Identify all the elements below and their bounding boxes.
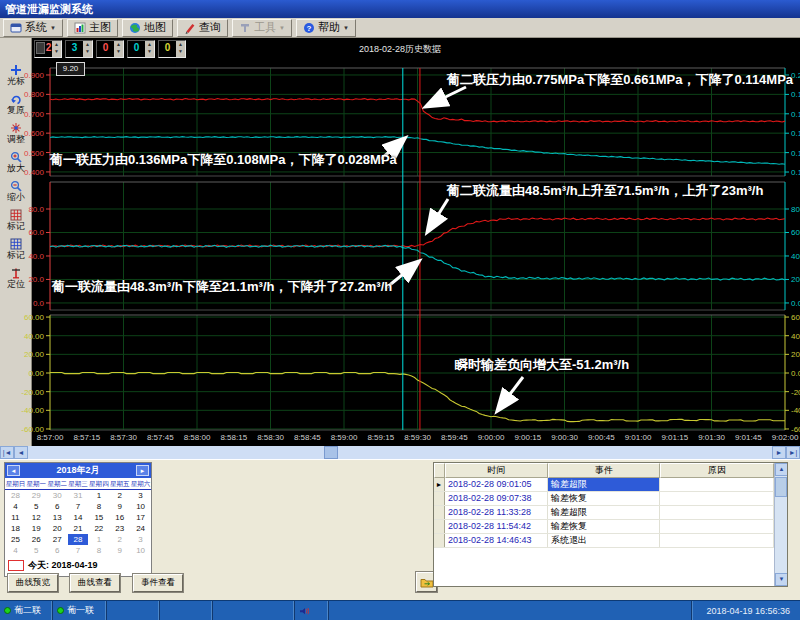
calendar-day[interactable]: 13 (47, 512, 68, 523)
calendar-day[interactable]: 20 (47, 523, 68, 534)
column-header-3[interactable]: 原因 (660, 463, 774, 478)
calendar-day[interactable]: 10 (130, 545, 151, 556)
time-tick-label: 9:00:30 (551, 433, 578, 442)
calendar-day[interactable]: 27 (47, 534, 68, 545)
calendar-day[interactable]: 24 (130, 523, 151, 534)
toolbar-button-label: 工具 (254, 20, 276, 35)
calendar-day-selected[interactable]: 28 (68, 534, 89, 545)
calendar-day[interactable]: 21 (68, 523, 89, 534)
calendar-day[interactable]: 5 (26, 501, 47, 512)
time-tick-label: 9:00:00 (478, 433, 505, 442)
calendar-day[interactable]: 3 (130, 534, 151, 545)
calendar-day[interactable]: 16 (109, 512, 130, 523)
toolbar-button-system[interactable]: 系统▼ (3, 19, 63, 37)
calendar-day[interactable]: 4 (5, 545, 26, 556)
scroll-right-icon[interactable]: ► (772, 446, 786, 459)
calendar-day[interactable]: 31 (68, 490, 89, 501)
calendar-day[interactable]: 7 (68, 501, 89, 512)
calendar-day[interactable]: 10 (130, 501, 151, 512)
scroll-track[interactable] (28, 446, 772, 459)
event-reason-cell[interactable] (660, 492, 774, 505)
calendar-day[interactable]: 17 (130, 512, 151, 523)
calendar-day[interactable]: 2 (109, 490, 130, 501)
calendar-day[interactable]: 23 (109, 523, 130, 534)
toolbar-button-help[interactable]: ?帮助▼ (296, 19, 356, 37)
calendar-day[interactable]: 14 (68, 512, 89, 523)
calendar-next-icon[interactable]: ► (136, 465, 149, 476)
calendar-day[interactable]: 22 (88, 523, 109, 534)
event-name-cell[interactable]: 系统退出 (548, 534, 660, 547)
calendar-day[interactable]: 7 (68, 545, 89, 556)
event-row[interactable]: 2018-02-28 09:07:38输差恢复 (434, 492, 787, 506)
calendar-day[interactable]: 5 (26, 545, 47, 556)
scroll-left-icon[interactable]: ◄ (14, 446, 28, 459)
event-view-button[interactable]: 事件查看 (133, 574, 183, 592)
event-time-cell[interactable]: 2018-02-28 11:33:28 (445, 506, 548, 519)
event-row[interactable]: ►2018-02-28 09:01:05输差超限 (434, 478, 787, 492)
scroll-thumb[interactable] (775, 477, 787, 497)
event-row[interactable]: 2018-02-28 11:54:42输差恢复 (434, 520, 787, 534)
time-tick-label: 8:57:00 (37, 433, 64, 442)
calendar-day[interactable]: 12 (26, 512, 47, 523)
chart-canvas[interactable]: 0.9000.8000.7000.6000.5000.4000.2000.180… (0, 38, 800, 459)
calendar-day[interactable]: 15 (88, 512, 109, 523)
calendar-day[interactable]: 30 (47, 490, 68, 501)
calendar-day[interactable]: 6 (47, 501, 68, 512)
calendar-day[interactable]: 8 (88, 501, 109, 512)
calendar-day[interactable]: 6 (47, 545, 68, 556)
event-row[interactable]: 2018-02-28 11:33:28输差超限 (434, 506, 787, 520)
chart-h-scrollbar[interactable]: |◄◄►►| (0, 446, 800, 459)
calendar-day[interactable]: 11 (5, 512, 26, 523)
event-name-cell[interactable]: 输差恢复 (548, 520, 660, 533)
calendar-day[interactable]: 8 (88, 545, 109, 556)
axis-tick-label: 40.0 (28, 252, 44, 261)
calendar-day[interactable]: 9 (109, 501, 130, 512)
calendar-day[interactable]: 26 (26, 534, 47, 545)
event-reason-cell[interactable] (660, 534, 774, 547)
annotation-arrow-5 (498, 377, 523, 410)
calendar-day[interactable]: 2 (109, 534, 130, 545)
event-name-cell[interactable]: 输差超限 (548, 506, 660, 519)
scroll-thumb[interactable] (324, 446, 338, 459)
scroll-start-icon[interactable]: |◄ (0, 446, 14, 459)
column-header-1[interactable]: 时间 (445, 463, 548, 478)
column-header-2[interactable]: 事件 (548, 463, 660, 478)
toolbar-button-main-view[interactable]: 主图 (67, 19, 118, 37)
table-v-scrollbar[interactable]: ▲▼ (774, 463, 787, 586)
event-name-cell[interactable]: 输差超限 (548, 478, 660, 491)
dropdown-caret-icon: ▼ (279, 25, 285, 31)
time-tick-label: 8:58:15 (220, 433, 247, 442)
calendar-day[interactable]: 28 (5, 490, 26, 501)
scroll-down-icon[interactable]: ▼ (775, 573, 788, 586)
event-reason-cell[interactable] (660, 506, 774, 519)
calendar-day[interactable]: 4 (5, 501, 26, 512)
calendar-day[interactable]: 9 (109, 545, 130, 556)
calendar-day[interactable]: 3 (130, 490, 151, 501)
scroll-up-icon[interactable]: ▲ (775, 463, 788, 476)
calendar-day[interactable]: 25 (5, 534, 26, 545)
calendar-day[interactable]: 18 (5, 523, 26, 534)
event-reason-cell[interactable] (660, 478, 774, 491)
event-time-cell[interactable]: 2018-02-28 14:46:43 (445, 534, 548, 547)
calendar-day[interactable]: 1 (88, 534, 109, 545)
calendar-day[interactable]: 1 (88, 490, 109, 501)
toolbar-button-map[interactable]: 地图 (122, 19, 173, 37)
axis-tick-label: 20.0 (28, 275, 44, 284)
event-reason-cell[interactable] (660, 520, 774, 533)
calendar-prev-icon[interactable]: ◄ (7, 465, 20, 476)
calendar-day[interactable]: 29 (26, 490, 47, 501)
event-time-cell[interactable]: 2018-02-28 09:01:05 (445, 478, 548, 491)
svg-text:?: ? (306, 24, 311, 33)
calendar-day[interactable]: 19 (26, 523, 47, 534)
curve-preview-button[interactable]: 曲线预览 (8, 574, 58, 592)
event-time-cell[interactable]: 2018-02-28 11:54:42 (445, 520, 548, 533)
curve-view-button[interactable]: 曲线查看 (70, 574, 120, 592)
axis-tick-label: 40.00 (24, 332, 45, 341)
event-time-cell[interactable]: 2018-02-28 09:07:38 (445, 492, 548, 505)
calendar-week-row: 28293031123 (5, 490, 151, 501)
toolbar-button-query[interactable]: 查询 (177, 19, 228, 37)
toolbar-button-label: 查询 (199, 20, 221, 35)
scroll-end-icon[interactable]: ►| (786, 446, 800, 459)
event-row[interactable]: 2018-02-28 14:46:43系统退出 (434, 534, 787, 548)
event-name-cell[interactable]: 输差恢复 (548, 492, 660, 505)
